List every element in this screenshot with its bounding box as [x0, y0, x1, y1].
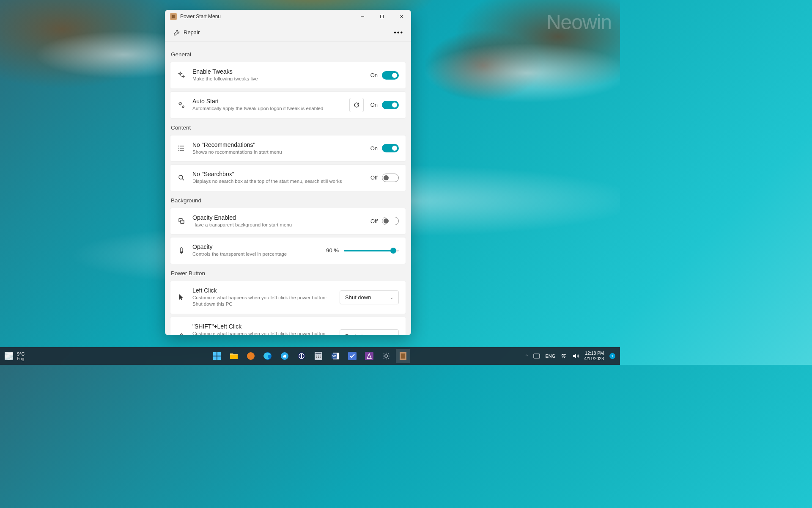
setting-no-searchbox: No "Searchbox" Displays no search box at…: [170, 164, 406, 191]
cursor-icon: [177, 293, 186, 301]
setting-title: Opacity: [192, 243, 319, 250]
setting-desc: Shows no recommentations in start menu: [192, 149, 364, 156]
wifi-icon[interactable]: [560, 353, 567, 359]
setting-desc: Controls the transparent level in percen…: [192, 251, 319, 258]
opacity-slider[interactable]: [344, 250, 399, 251]
svg-point-34: [320, 356, 321, 356]
content-scroll[interactable]: General Enable Tweaks Make the following…: [165, 42, 411, 335]
calculator-icon[interactable]: [311, 349, 326, 363]
setting-desc: Have a transparent background for start …: [192, 222, 364, 229]
list-icon: [177, 144, 186, 152]
maximize-button[interactable]: [372, 10, 392, 23]
setting-desc: Make the following tweaks live: [192, 76, 364, 83]
toolbar: Repair •••: [165, 23, 411, 42]
time: 12:18 PM: [584, 351, 604, 356]
tray-expand-icon[interactable]: ⌃: [525, 354, 528, 359]
taskbar[interactable]: 🌫️ 9°C Fog W ⌃ ENG 12:18 PM 4/11/2023 1: [0, 347, 620, 365]
svg-point-7: [182, 106, 184, 108]
svg-rect-1: [172, 15, 175, 18]
setting-no-recommendations: No "Recommendations" Shows no recommenta…: [170, 135, 406, 162]
toggle-state-label: Off: [370, 174, 378, 181]
repair-button[interactable]: Repair: [170, 27, 203, 39]
keyboard-icon[interactable]: [533, 353, 540, 359]
svg-point-13: [179, 150, 179, 151]
svg-rect-23: [230, 355, 238, 359]
todo-icon[interactable]: [345, 349, 359, 363]
toggle-state-label: On: [370, 102, 378, 108]
svg-rect-19: [213, 352, 217, 356]
svg-rect-21: [213, 356, 217, 360]
start-button[interactable]: [210, 349, 224, 363]
shift-left-click-select[interactable]: Restart ⌄: [340, 329, 399, 335]
chevron-down-icon: ⌄: [390, 295, 393, 300]
no-searchbox-toggle[interactable]: [382, 174, 399, 182]
chevron-down-icon: ⌄: [390, 334, 393, 335]
edge-icon[interactable]: [261, 349, 275, 363]
setting-title: Auto Start: [192, 98, 343, 105]
setting-title: Enable Tweaks: [192, 68, 364, 75]
affinity-icon[interactable]: [362, 349, 376, 363]
svg-point-14: [179, 175, 183, 179]
opacity-value: 90 %: [326, 247, 339, 254]
svg-point-37: [320, 357, 321, 358]
no-recommendations-toggle[interactable]: [382, 144, 399, 152]
svg-point-12: [179, 148, 179, 149]
wrench-icon: [173, 29, 180, 36]
setting-desc: Automatically apply the tweak upon logon…: [192, 105, 343, 112]
svg-text:1: 1: [611, 354, 613, 358]
setting-left-click: Left Click Customize what happens when y…: [170, 281, 406, 314]
app-icon: [170, 13, 177, 20]
telegram-icon[interactable]: [277, 349, 292, 363]
close-button[interactable]: [392, 10, 411, 23]
shift-icon: [177, 333, 186, 335]
svg-point-32: [316, 356, 317, 356]
setting-desc: Displays no search box at the top of the…: [192, 178, 364, 185]
svg-rect-46: [534, 354, 540, 358]
minimize-button[interactable]: [353, 10, 372, 23]
app-icon-orange[interactable]: [244, 349, 258, 363]
setting-title: No "Searchbox": [192, 171, 364, 177]
1password-icon[interactable]: [294, 349, 309, 363]
enable-tweaks-toggle[interactable]: [382, 71, 399, 80]
search-icon: [177, 174, 186, 182]
app-window: Power Start Menu Repair ••• General Enab…: [165, 10, 411, 335]
settings-icon[interactable]: [379, 349, 393, 363]
svg-point-35: [316, 357, 317, 358]
taskbar-center: W: [210, 349, 410, 363]
repair-label: Repair: [184, 29, 200, 36]
date: 4/11/2023: [584, 356, 604, 362]
sparkle-icon: [177, 72, 186, 79]
setting-enable-tweaks: Enable Tweaks Make the following tweaks …: [170, 62, 406, 89]
section-content: Content: [170, 121, 406, 135]
opacity-enabled-toggle[interactable]: [382, 217, 399, 225]
window-title: Power Start Menu: [180, 14, 221, 19]
toggle-state-label: On: [370, 72, 378, 78]
volume-icon[interactable]: [572, 353, 579, 359]
setting-opacity: Opacity Controls the transparent level i…: [170, 237, 406, 264]
setting-desc: Customize what happens when you left cli…: [192, 295, 333, 308]
setting-title: No "Recommendations": [192, 141, 364, 148]
setting-auto-start: Auto Start Automatically apply the tweak…: [170, 91, 406, 119]
svg-rect-17: [181, 220, 184, 224]
auto-start-toggle[interactable]: [382, 101, 399, 109]
setting-title: "SHIFT"+Left Click: [192, 323, 333, 330]
svg-text:W: W: [332, 354, 336, 358]
svg-point-18: [181, 252, 182, 253]
svg-point-36: [318, 357, 319, 358]
power-start-menu-taskbar-icon[interactable]: [396, 349, 410, 363]
section-power-button: Power Button: [170, 267, 406, 281]
setting-shift-left-click: "SHIFT"+Left Click Customize what happen…: [170, 317, 406, 335]
explorer-icon[interactable]: [227, 349, 241, 363]
language-indicator[interactable]: ENG: [545, 353, 555, 359]
clock[interactable]: 12:18 PM 4/11/2023: [584, 351, 604, 361]
toggle-state-label: Off: [370, 218, 378, 224]
titlebar[interactable]: Power Start Menu: [165, 10, 411, 23]
more-button[interactable]: •••: [391, 27, 406, 38]
weather-widget[interactable]: 🌫️ 9°C Fog: [4, 351, 25, 361]
notification-badge[interactable]: 1: [609, 353, 616, 359]
svg-rect-22: [217, 356, 221, 360]
gears-icon: [177, 101, 186, 109]
left-click-select[interactable]: Shut down ⌄: [340, 290, 399, 304]
word-icon[interactable]: W: [328, 349, 343, 363]
refresh-button[interactable]: [349, 98, 364, 112]
